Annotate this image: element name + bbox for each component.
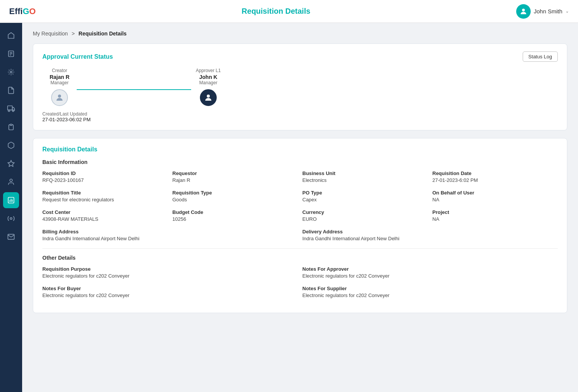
cost-center-label: Cost Center (42, 209, 168, 215)
on-behalf-field: On Behalf of User NA (432, 190, 558, 202)
cost-center-field: Cost Center 43908-RAW MATERIALS (42, 209, 168, 222)
notes-approver-field: Notes For Approver Electronic regulators… (303, 266, 558, 279)
other-details-title: Other Details (42, 255, 558, 261)
breadcrumb-current: Requisition Details (79, 31, 127, 37)
logo-g: G (23, 6, 29, 16)
po-type-value: Capex (303, 197, 428, 202)
avatar (516, 4, 531, 19)
sidebar-item-integrations[interactable] (3, 210, 19, 227)
on-behalf-value: NA (432, 197, 558, 202)
req-date-label: Requisition Date (432, 170, 558, 176)
notes-buyer-field: Notes For Buyer Electronic regulators fo… (42, 286, 298, 298)
sidebar-item-delivery[interactable] (3, 101, 19, 117)
requestor-value: Rajan R (172, 177, 298, 183)
business-unit-field: Business Unit Electronics (303, 170, 428, 183)
main-content: My Requisition > Requisition Details App… (22, 23, 578, 392)
req-type-field: Requisition Type Goods (172, 190, 298, 202)
delivery-addr-value: Indra Gandhi International Airport New D… (303, 236, 558, 241)
user-name: John Smith (534, 8, 562, 14)
sidebar-item-documents[interactable] (3, 82, 19, 98)
req-id-label: Requisition ID (42, 170, 168, 176)
on-behalf-label: On Behalf of User (432, 190, 558, 196)
sidebar-item-reports[interactable] (3, 192, 19, 208)
approver-node: Approver L1 John K Manager (191, 68, 225, 106)
requisition-details-card: Requisition Details Basic Information Re… (33, 138, 567, 313)
sidebar-item-users[interactable] (3, 174, 19, 190)
logo: EffiGO (9, 6, 36, 16)
sidebar-item-inventory[interactable] (3, 137, 19, 153)
created-info: Created/Last Updated 27-01-2023-06:02 PM (42, 111, 558, 122)
basic-info-grid: Requisition ID RFQ-2023-100167 Requestor… (42, 170, 558, 222)
breadcrumb: My Requisition > Requisition Details (33, 31, 567, 37)
logo-o: O (29, 6, 36, 16)
approval-status-title: Approval Current Status (42, 53, 113, 60)
requestor-field: Requestor Rajan R (172, 170, 298, 183)
currency-label: Currency (303, 209, 428, 215)
status-log-button[interactable]: Status Log (523, 51, 558, 62)
req-purpose-field: Requisition Purpose Electronic regulator… (42, 266, 298, 279)
notes-buyer-value: Electronic regulators for c202 Conveyer (42, 292, 298, 298)
req-purpose-value: Electronic regulators for c202 Conveyer (42, 273, 298, 279)
sidebar-item-catalog[interactable] (3, 156, 19, 172)
req-type-value: Goods (172, 197, 298, 202)
svg-point-11 (10, 179, 13, 182)
breadcrumb-separator: > (72, 31, 75, 37)
req-id-value: RFQ-2023-100167 (42, 177, 168, 183)
business-unit-value: Electronics (303, 177, 428, 183)
sidebar-item-requisitions[interactable] (3, 46, 19, 62)
sidebar-item-messages[interactable] (3, 229, 19, 245)
approval-status-header: Approval Current Status Status Log (42, 51, 558, 62)
creator-name: Rajan R (50, 74, 69, 80)
page-title: Requisition Details (242, 7, 310, 16)
logo-text: EffiGO (9, 6, 36, 16)
approver-name: John K (199, 74, 217, 80)
budget-code-value: 10256 (172, 216, 298, 222)
creator-role: Manager (50, 80, 68, 85)
svg-point-7 (8, 110, 10, 111)
svg-rect-9 (10, 124, 12, 125)
budget-code-label: Budget Code (172, 209, 298, 215)
svg-marker-10 (8, 161, 14, 167)
req-type-label: Requisition Type (172, 190, 298, 196)
notes-approver-value: Electronic regulators for c202 Conveyer (303, 273, 558, 279)
approver-label: Approver L1 (196, 68, 221, 73)
po-type-label: PO Type (303, 190, 428, 196)
requisition-details-header: Requisition Details (42, 146, 558, 153)
notes-buyer-label: Notes For Buyer (42, 286, 298, 291)
section-divider (42, 248, 558, 249)
req-date-field: Requisition Date 27-01-2023-6:02 PM (432, 170, 558, 183)
billing-addr-value: Indra Gandhi International Airport New D… (42, 236, 298, 241)
business-unit-label: Business Unit (303, 170, 428, 176)
svg-point-18 (207, 95, 210, 98)
po-type-field: PO Type Capex (303, 190, 428, 202)
budget-code-field: Budget Code 10256 (172, 209, 298, 222)
req-id-field: Requisition ID RFQ-2023-100167 (42, 170, 168, 183)
logo-effi: Effi (9, 6, 23, 16)
notes-supplier-value: Electronic regulators for c202 Conveyer (303, 292, 558, 298)
req-date-value: 27-01-2023-6:02 PM (432, 177, 558, 183)
req-title-value: Request for electronic regulators (42, 197, 168, 202)
svg-rect-6 (8, 106, 12, 110)
creator-label: Creator (52, 68, 67, 73)
creator-avatar (51, 89, 68, 106)
delivery-addr-label: Delivery Address (303, 229, 558, 235)
svg-point-16 (10, 218, 12, 220)
req-title-field: Requisition Title Request for electronic… (42, 190, 168, 202)
project-field: Project NA (432, 209, 558, 222)
other-details-grid: Requisition Purpose Electronic regulator… (42, 266, 558, 298)
breadcrumb-parent[interactable]: My Requisition (33, 31, 68, 37)
notes-supplier-label: Notes For Supplier (303, 286, 558, 291)
delivery-addr-field: Delivery Address Indra Gandhi Internatio… (303, 229, 558, 241)
svg-point-17 (58, 95, 61, 98)
billing-addr-label: Billing Address (42, 229, 298, 235)
user-menu[interactable]: John Smith ⌄ (516, 4, 569, 19)
currency-field: Currency EURO (303, 209, 428, 222)
svg-point-8 (12, 110, 14, 111)
sidebar-item-orders[interactable] (3, 119, 19, 135)
sidebar-item-home[interactable] (3, 27, 19, 43)
currency-value: EURO (303, 216, 428, 222)
requestor-label: Requestor (172, 170, 298, 176)
req-purpose-label: Requisition Purpose (42, 266, 298, 272)
header: EffiGO Requisition Details John Smith ⌄ (0, 0, 578, 23)
sidebar-item-workflows[interactable] (3, 64, 19, 80)
